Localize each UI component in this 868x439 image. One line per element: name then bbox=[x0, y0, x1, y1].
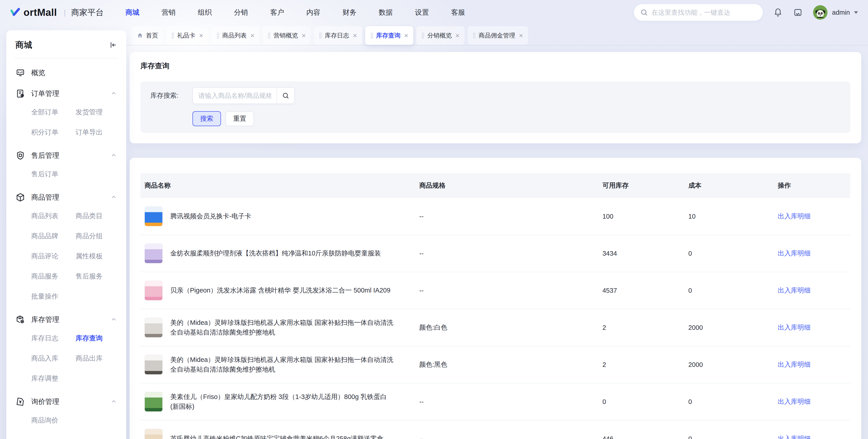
global-search-input[interactable] bbox=[652, 9, 756, 16]
sidebar-group-label: 商品管理 bbox=[31, 193, 59, 202]
table-row: 美的（Midea）灵眸珍珠版扫地机器人家用水箱版 国家补贴扫拖一体自动清洗全自动… bbox=[141, 346, 850, 383]
sidebar-submenu-order: 全部订单 发货管理 积分订单 订单导出 bbox=[14, 104, 118, 145]
close-icon[interactable]: × bbox=[249, 32, 255, 39]
sidebar-item-inventory-log[interactable]: 库存日志 bbox=[31, 334, 75, 343]
product-spec: -- bbox=[415, 250, 598, 257]
user-name[interactable]: admin bbox=[832, 9, 850, 16]
drag-handle-icon[interactable] bbox=[473, 32, 476, 39]
overview-icon bbox=[16, 68, 25, 78]
close-icon[interactable]: × bbox=[301, 32, 306, 39]
tab-product-list[interactable]: 商品列表 × bbox=[212, 26, 260, 45]
sidebar-group-order-management[interactable]: 订单管理 bbox=[14, 83, 118, 104]
tab-home[interactable]: 首页 bbox=[132, 26, 163, 45]
drag-handle-icon[interactable] bbox=[171, 32, 174, 39]
close-icon[interactable]: × bbox=[403, 32, 408, 39]
tab-distribution-overview[interactable]: 分销概览 × bbox=[416, 26, 465, 45]
nav-marketing[interactable]: 营销 bbox=[162, 8, 176, 17]
top-navigation: 商城 营销 组织 分销 客户 内容 财务 数据 设置 客服 bbox=[126, 8, 465, 17]
nav-support[interactable]: 客服 bbox=[451, 8, 465, 17]
drag-handle-icon[interactable] bbox=[268, 32, 271, 39]
tabbar: 首页 礼品卡 × 商品列表 × 营销概览 × 库存日志 × 库存查询 × bbox=[132, 26, 528, 45]
sidebar-group-label: 询价管理 bbox=[31, 397, 59, 406]
stock-detail-link[interactable]: 出入库明细 bbox=[778, 435, 811, 439]
drag-handle-icon[interactable] bbox=[319, 32, 322, 39]
reset-button[interactable]: 重置 bbox=[225, 111, 254, 126]
stock-detail-link[interactable]: 出入库明细 bbox=[778, 324, 811, 331]
sidebar-item-aftersale-services[interactable]: 售后服务 bbox=[75, 272, 118, 281]
nav-distribution[interactable]: 分销 bbox=[234, 8, 248, 17]
close-icon[interactable]: × bbox=[518, 32, 523, 39]
product-thumbnail bbox=[145, 318, 163, 338]
search-icon-button[interactable] bbox=[277, 88, 294, 103]
brand: ortMall | 商家平台 bbox=[10, 7, 104, 18]
tabbar-divider bbox=[127, 45, 868, 45]
sidebar-group-product-management[interactable]: 商品管理 bbox=[14, 187, 118, 208]
sidebar-submenu-inventory: 库存日志 库存查询 商品入库 商品出库 库存调整 bbox=[14, 330, 118, 391]
sidebar-item-batch-operations[interactable]: 批量操作 bbox=[31, 292, 75, 301]
close-icon[interactable]: × bbox=[352, 32, 357, 39]
sidebar-item-inventory-adjustment[interactable]: 库存调整 bbox=[31, 374, 75, 383]
sidebar-item-product-inbound[interactable]: 商品入库 bbox=[31, 354, 75, 363]
tab-commission-management[interactable]: 商品佣金管理 × bbox=[468, 26, 528, 45]
sidebar-item-product-categories[interactable]: 商品类目 bbox=[75, 211, 118, 221]
tab-inventory-log[interactable]: 库存日志 × bbox=[314, 26, 362, 45]
sidebar-item-points-orders[interactable]: 积分订单 bbox=[31, 128, 75, 137]
stock-detail-link[interactable]: 出入库明细 bbox=[778, 287, 811, 294]
table-header: 商品名称 商品规格 可用库存 成本 操作 bbox=[141, 173, 850, 198]
user-avatar[interactable] bbox=[813, 5, 828, 20]
tab-gift-card[interactable]: 礼品卡 × bbox=[166, 26, 208, 45]
nav-settings[interactable]: 设置 bbox=[415, 8, 429, 17]
nav-organization[interactable]: 组织 bbox=[198, 8, 212, 17]
stock-detail-link[interactable]: 出入库明细 bbox=[778, 250, 811, 257]
sidebar-group-inventory-management[interactable]: 库存管理 bbox=[14, 309, 118, 330]
global-search[interactable] bbox=[634, 4, 763, 21]
drag-handle-icon[interactable] bbox=[216, 32, 220, 39]
stock-detail-link[interactable]: 出入库明细 bbox=[778, 361, 811, 368]
close-icon[interactable]: × bbox=[198, 32, 203, 39]
sidebar-item-product-groups[interactable]: 商品分组 bbox=[75, 231, 118, 241]
available-stock: 4537 bbox=[598, 287, 684, 294]
sidebar-item-aftersale-orders[interactable]: 售后订单 bbox=[31, 169, 75, 179]
card-wallet-icon[interactable] bbox=[793, 8, 803, 17]
tab-inventory-query[interactable]: 库存查询 × bbox=[365, 26, 413, 45]
sidebar-group-aftersale-management[interactable]: 售后管理 bbox=[14, 145, 118, 166]
close-icon[interactable]: × bbox=[454, 32, 460, 39]
sidebar-submenu-aftersale: 售后订单 bbox=[14, 166, 118, 187]
inventory-search-input[interactable] bbox=[193, 88, 277, 103]
drag-handle-icon[interactable] bbox=[421, 32, 425, 39]
drag-handle-icon[interactable] bbox=[370, 32, 373, 39]
nav-data[interactable]: 数据 bbox=[379, 8, 393, 17]
sidebar-item-product-services[interactable]: 商品服务 bbox=[31, 272, 75, 281]
nav-customer[interactable]: 客户 bbox=[270, 8, 284, 17]
sidebar-item-attribute-templates[interactable]: 属性模板 bbox=[75, 252, 118, 261]
product-name: 美的（Midea）灵眸珍珠版扫地机器人家用水箱版 国家补贴扫拖一体自动清洗全自动… bbox=[170, 355, 410, 375]
sidebar-item-shipping-management[interactable]: 发货管理 bbox=[75, 107, 118, 117]
product-spec: -- bbox=[415, 287, 598, 294]
nav-finance[interactable]: 财务 bbox=[343, 8, 356, 17]
cost: 2000 bbox=[684, 361, 774, 369]
sidebar-item-product-reviews[interactable]: 商品评论 bbox=[31, 252, 75, 261]
sidebar-item-product-inquiry[interactable]: 商品询价 bbox=[31, 416, 75, 425]
notification-bell-icon[interactable] bbox=[773, 8, 783, 17]
nav-mall[interactable]: 商城 bbox=[126, 8, 140, 17]
tab-label: 营销概览 bbox=[273, 31, 298, 39]
cost: 0 bbox=[684, 287, 774, 294]
sidebar-collapse-icon[interactable] bbox=[109, 41, 117, 49]
sidebar-item-product-list[interactable]: 商品列表 bbox=[31, 211, 75, 221]
table-row: 金纺衣服柔顺剂护理剂液【洗衣搭档】纯净温和10斤亲肤防静电婴童服装 -- 343… bbox=[141, 235, 850, 272]
nav-content[interactable]: 内容 bbox=[306, 8, 320, 17]
chevron-down-icon[interactable] bbox=[854, 11, 858, 14]
main-content: 库存查询 库存搜索: 搜索 重置 商品名称 bbox=[130, 52, 861, 439]
search-button[interactable]: 搜索 bbox=[192, 111, 221, 126]
sidebar-item-product-brands[interactable]: 商品品牌 bbox=[31, 231, 75, 241]
tab-marketing-overview[interactable]: 营销概览 × bbox=[262, 26, 311, 45]
sidebar-item-order-export[interactable]: 订单导出 bbox=[75, 128, 118, 137]
stock-detail-link[interactable]: 出入库明细 bbox=[778, 398, 811, 405]
sidebar-item-overview[interactable]: 概览 bbox=[14, 62, 118, 83]
sidebar-item-all-orders[interactable]: 全部订单 bbox=[31, 107, 75, 117]
sidebar-group-label: 库存管理 bbox=[31, 315, 59, 324]
stock-detail-link[interactable]: 出入库明细 bbox=[778, 213, 811, 220]
sidebar-group-inquiry-management[interactable]: 询价管理 bbox=[14, 391, 118, 412]
sidebar-item-product-outbound[interactable]: 商品出库 bbox=[75, 354, 118, 363]
sidebar-item-inventory-query[interactable]: 库存查询 bbox=[75, 334, 118, 343]
